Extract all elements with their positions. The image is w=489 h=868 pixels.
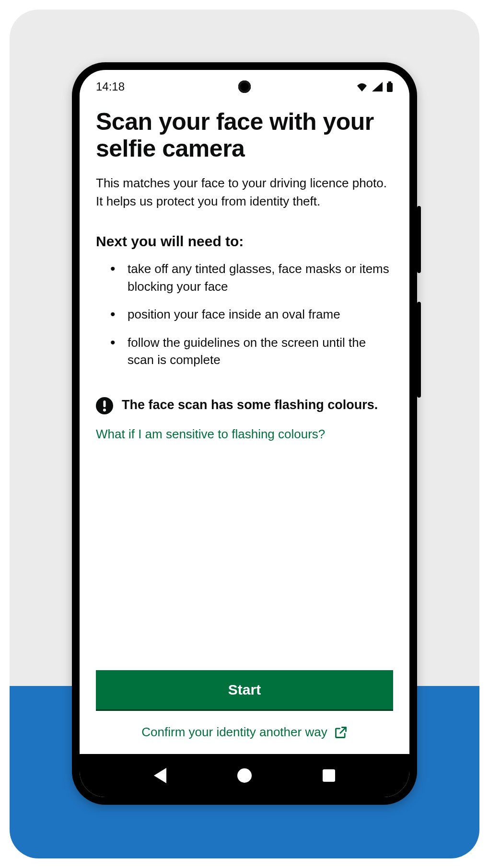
recent-square-icon [323, 769, 335, 782]
steps-list: take off any tinted glasses, face masks … [96, 260, 393, 379]
camera-punch-hole-icon [238, 80, 251, 93]
steps-heading: Next you will need to: [96, 233, 393, 250]
svg-rect-3 [104, 400, 106, 407]
stage: 14:18 Scan your f [0, 0, 489, 868]
phone-side-button [417, 302, 421, 398]
page-title: Scan your face with your selfie camera [96, 108, 393, 162]
warning-row: The face scan has some flashing colours. [96, 396, 393, 414]
background-card: 14:18 Scan your f [10, 10, 479, 858]
android-nav-bar [80, 754, 409, 797]
spacer [96, 442, 393, 670]
status-time: 14:18 [96, 80, 125, 93]
list-item: position your face inside an oval frame [110, 306, 393, 323]
svg-point-4 [103, 409, 106, 411]
nav-back-button[interactable] [151, 766, 170, 785]
svg-rect-0 [388, 81, 391, 83]
status-icons [356, 81, 393, 92]
phone-screen: 14:18 Scan your f [80, 70, 409, 797]
home-circle-icon [237, 768, 252, 783]
phone-frame: 14:18 Scan your f [72, 62, 417, 805]
confirm-another-way-link[interactable]: Confirm your identity another way [141, 725, 327, 740]
exclamation-icon [96, 397, 113, 414]
battery-icon [386, 81, 393, 92]
actions: Start Confirm your identity another way [96, 670, 393, 754]
alt-row: Confirm your identity another way [96, 725, 393, 740]
external-link-icon [334, 726, 348, 739]
warning-text: The face scan has some flashing colours. [122, 396, 378, 413]
page-content: Scan your face with your selfie camera T… [80, 103, 409, 754]
signal-icon [372, 82, 383, 91]
wifi-icon [356, 82, 368, 91]
page-lead: This matches your face to your driving l… [96, 174, 393, 210]
nav-home-button[interactable] [235, 766, 254, 785]
start-button[interactable]: Start [96, 670, 393, 709]
nav-recent-button[interactable] [319, 766, 338, 785]
back-triangle-icon [154, 768, 166, 783]
list-item: take off any tinted glasses, face masks … [110, 260, 393, 295]
svg-rect-1 [387, 83, 393, 92]
sensitive-colours-link[interactable]: What if I am sensitive to flashing colou… [96, 427, 393, 442]
list-item: follow the guidelines on the screen unti… [110, 334, 393, 369]
phone-side-button [417, 206, 421, 273]
